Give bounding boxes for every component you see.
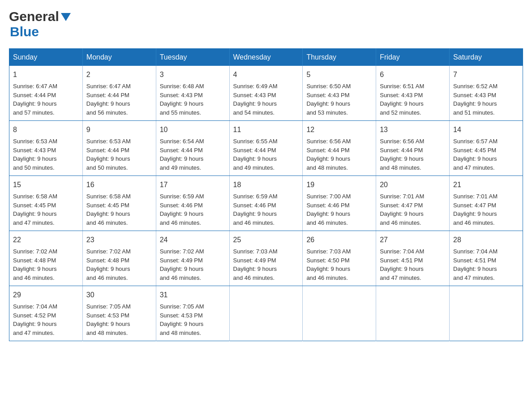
calendar-cell: 29Sunrise: 7:04 AMSunset: 4:52 PMDayligh…	[9, 286, 83, 341]
calendar-cell: 22Sunrise: 7:02 AMSunset: 4:48 PMDayligh…	[9, 231, 83, 286]
calendar-cell: 14Sunrise: 6:57 AMSunset: 4:45 PMDayligh…	[450, 121, 523, 176]
calendar-cell: 20Sunrise: 7:01 AMSunset: 4:47 PMDayligh…	[376, 176, 450, 231]
day-number: 28	[453, 235, 519, 245]
calendar-cell: 7Sunrise: 6:52 AMSunset: 4:43 PMDaylight…	[450, 66, 523, 121]
weekday-header-monday: Monday	[82, 49, 156, 66]
day-number: 22	[13, 235, 79, 245]
day-number: 9	[86, 124, 152, 135]
day-number: 30	[86, 290, 152, 300]
logo-triangle-icon	[60, 11, 72, 23]
calendar-cell: 6Sunrise: 6:51 AMSunset: 4:43 PMDaylight…	[376, 66, 450, 121]
calendar-cell: 23Sunrise: 7:02 AMSunset: 4:48 PMDayligh…	[82, 231, 156, 286]
calendar-cell: 16Sunrise: 6:58 AMSunset: 4:45 PMDayligh…	[82, 176, 156, 231]
calendar-cell: 27Sunrise: 7:04 AMSunset: 4:51 PMDayligh…	[376, 231, 450, 286]
weekday-header-wednesday: Wednesday	[229, 49, 303, 66]
calendar-week-row: 22Sunrise: 7:02 AMSunset: 4:48 PMDayligh…	[9, 231, 523, 286]
calendar-cell: 13Sunrise: 6:56 AMSunset: 4:44 PMDayligh…	[376, 121, 450, 176]
logo: General Blue	[9, 9, 72, 39]
day-info: Sunrise: 6:53 AMSunset: 4:43 PMDaylight:…	[13, 138, 57, 171]
day-number: 13	[380, 124, 446, 135]
calendar-week-row: 8Sunrise: 6:53 AMSunset: 4:43 PMDaylight…	[9, 121, 523, 176]
svg-marker-0	[61, 13, 71, 21]
calendar-cell: 4Sunrise: 6:49 AMSunset: 4:43 PMDaylight…	[229, 66, 303, 121]
day-info: Sunrise: 7:01 AMSunset: 4:47 PMDaylight:…	[453, 193, 498, 226]
day-number: 26	[306, 235, 372, 245]
day-number: 11	[233, 124, 299, 135]
calendar-cell: 2Sunrise: 6:47 AMSunset: 4:44 PMDaylight…	[82, 66, 156, 121]
calendar-cell: 10Sunrise: 6:54 AMSunset: 4:44 PMDayligh…	[156, 121, 229, 176]
calendar-cell: 17Sunrise: 6:59 AMSunset: 4:46 PMDayligh…	[156, 176, 229, 231]
calendar-cell: 25Sunrise: 7:03 AMSunset: 4:49 PMDayligh…	[229, 231, 303, 286]
weekday-header-friday: Friday	[376, 49, 450, 66]
calendar-header-row: SundayMondayTuesdayWednesdayThursdayFrid…	[9, 49, 523, 66]
day-number: 14	[453, 124, 519, 135]
day-info: Sunrise: 7:05 AMSunset: 4:53 PMDaylight:…	[160, 303, 204, 336]
day-info: Sunrise: 6:59 AMSunset: 4:46 PMDaylight:…	[160, 193, 204, 226]
day-number: 20	[380, 180, 446, 190]
calendar-cell: 26Sunrise: 7:03 AMSunset: 4:50 PMDayligh…	[303, 231, 376, 286]
day-number: 8	[13, 124, 79, 135]
day-number: 7	[453, 69, 519, 80]
day-info: Sunrise: 7:04 AMSunset: 4:52 PMDaylight:…	[13, 303, 57, 336]
calendar-cell: 9Sunrise: 6:53 AMSunset: 4:44 PMDaylight…	[82, 121, 156, 176]
day-info: Sunrise: 6:54 AMSunset: 4:44 PMDaylight:…	[160, 138, 204, 171]
calendar-cell	[229, 286, 303, 341]
day-info: Sunrise: 7:02 AMSunset: 4:48 PMDaylight:…	[13, 248, 57, 281]
logo-blue-text: Blue	[10, 24, 39, 39]
calendar-table: SundayMondayTuesdayWednesdayThursdayFrid…	[9, 48, 523, 341]
calendar-cell: 1Sunrise: 6:47 AMSunset: 4:44 PMDaylight…	[9, 66, 83, 121]
calendar-cell: 15Sunrise: 6:58 AMSunset: 4:45 PMDayligh…	[9, 176, 83, 231]
day-info: Sunrise: 7:00 AMSunset: 4:46 PMDaylight:…	[306, 193, 351, 226]
day-info: Sunrise: 6:50 AMSunset: 4:43 PMDaylight:…	[306, 83, 351, 116]
logo-general-text: General	[9, 9, 59, 24]
calendar-cell: 3Sunrise: 6:48 AMSunset: 4:43 PMDaylight…	[156, 66, 229, 121]
calendar-cell: 8Sunrise: 6:53 AMSunset: 4:43 PMDaylight…	[9, 121, 83, 176]
day-number: 21	[453, 180, 519, 190]
day-info: Sunrise: 6:47 AMSunset: 4:44 PMDaylight:…	[13, 83, 57, 116]
day-info: Sunrise: 7:05 AMSunset: 4:53 PMDaylight:…	[86, 303, 131, 336]
calendar-cell: 19Sunrise: 7:00 AMSunset: 4:46 PMDayligh…	[303, 176, 376, 231]
calendar-cell: 28Sunrise: 7:04 AMSunset: 4:51 PMDayligh…	[450, 231, 523, 286]
day-number: 29	[13, 290, 79, 300]
weekday-header-thursday: Thursday	[303, 49, 376, 66]
calendar-cell	[450, 286, 523, 341]
day-info: Sunrise: 6:58 AMSunset: 4:45 PMDaylight:…	[13, 193, 57, 226]
weekday-header-sunday: Sunday	[9, 49, 83, 66]
calendar-cell	[376, 286, 450, 341]
weekday-header-tuesday: Tuesday	[156, 49, 229, 66]
day-number: 17	[160, 180, 226, 190]
day-info: Sunrise: 6:48 AMSunset: 4:43 PMDaylight:…	[160, 83, 204, 116]
day-number: 24	[160, 235, 226, 245]
calendar-cell: 24Sunrise: 7:02 AMSunset: 4:49 PMDayligh…	[156, 231, 229, 286]
calendar-week-row: 1Sunrise: 6:47 AMSunset: 4:44 PMDaylight…	[9, 66, 523, 121]
calendar-week-row: 29Sunrise: 7:04 AMSunset: 4:52 PMDayligh…	[9, 286, 523, 341]
day-info: Sunrise: 6:53 AMSunset: 4:44 PMDaylight:…	[86, 138, 131, 171]
day-info: Sunrise: 6:57 AMSunset: 4:45 PMDaylight:…	[453, 138, 498, 171]
page-header: General Blue	[9, 9, 523, 39]
calendar-week-row: 15Sunrise: 6:58 AMSunset: 4:45 PMDayligh…	[9, 176, 523, 231]
day-info: Sunrise: 7:04 AMSunset: 4:51 PMDaylight:…	[453, 248, 498, 281]
day-number: 6	[380, 69, 446, 80]
weekday-header-saturday: Saturday	[450, 49, 523, 66]
day-info: Sunrise: 6:58 AMSunset: 4:45 PMDaylight:…	[86, 193, 131, 226]
day-number: 27	[380, 235, 446, 245]
day-info: Sunrise: 6:52 AMSunset: 4:43 PMDaylight:…	[453, 83, 498, 116]
day-number: 15	[13, 180, 79, 190]
day-info: Sunrise: 6:56 AMSunset: 4:44 PMDaylight:…	[380, 138, 424, 171]
day-number: 4	[233, 69, 299, 80]
day-info: Sunrise: 6:59 AMSunset: 4:46 PMDaylight:…	[233, 193, 278, 226]
day-info: Sunrise: 7:01 AMSunset: 4:47 PMDaylight:…	[380, 193, 424, 226]
calendar-cell: 18Sunrise: 6:59 AMSunset: 4:46 PMDayligh…	[229, 176, 303, 231]
day-number: 18	[233, 180, 299, 190]
calendar-cell: 30Sunrise: 7:05 AMSunset: 4:53 PMDayligh…	[82, 286, 156, 341]
calendar-cell: 11Sunrise: 6:55 AMSunset: 4:44 PMDayligh…	[229, 121, 303, 176]
day-number: 31	[160, 290, 226, 300]
calendar-cell: 21Sunrise: 7:01 AMSunset: 4:47 PMDayligh…	[450, 176, 523, 231]
day-info: Sunrise: 6:55 AMSunset: 4:44 PMDaylight:…	[233, 138, 278, 171]
day-number: 19	[306, 180, 372, 190]
day-info: Sunrise: 7:02 AMSunset: 4:48 PMDaylight:…	[86, 248, 131, 281]
calendar-cell: 12Sunrise: 6:56 AMSunset: 4:44 PMDayligh…	[303, 121, 376, 176]
calendar-cell: 31Sunrise: 7:05 AMSunset: 4:53 PMDayligh…	[156, 286, 229, 341]
day-number: 1	[13, 69, 79, 80]
day-number: 2	[86, 69, 152, 80]
